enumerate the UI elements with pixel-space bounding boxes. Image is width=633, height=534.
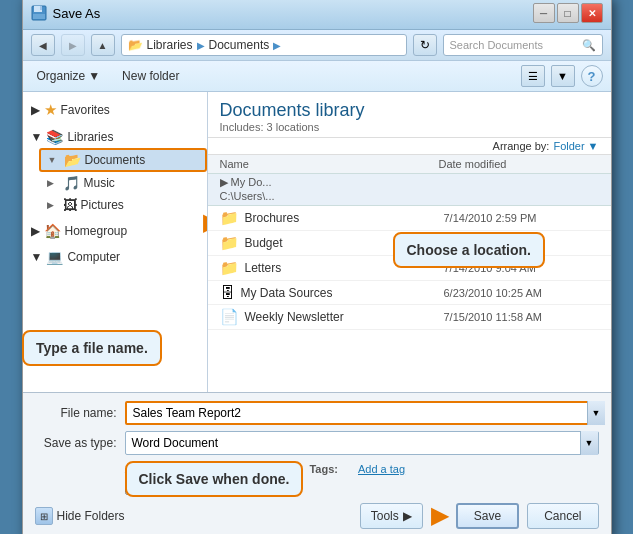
music-label: Music <box>84 176 115 190</box>
documents-label: Documents <box>85 153 146 167</box>
file-list-item[interactable]: 🗄 My Data Sources 6/23/2010 10:25 AM <box>208 281 611 305</box>
sidebar-favorites-header[interactable]: ▶ ★ Favorites <box>23 98 207 122</box>
save-arrow-indicator: ▶ <box>431 503 448 529</box>
close-button[interactable]: ✕ <box>581 3 603 23</box>
title-bar-left: Save As <box>31 5 101 21</box>
libraries-section: ▼ 📚 Libraries ▼ 📂 Documents ▶ 🎵 Music ▶ <box>23 126 207 216</box>
savetype-dropdown-arrow[interactable]: ▼ <box>580 431 598 455</box>
meta-row: Authors: Add an author Tags: Add a tag <box>35 461 599 477</box>
button-row-right: Tools ▶ ▶ Save Cancel <box>360 503 599 529</box>
path-separator-2: ▶ <box>273 40 281 51</box>
file-item-date: 7/14/2010 2:59 PM <box>444 212 599 224</box>
file-item-icon: 📁 <box>220 234 239 252</box>
savetype-dropdown[interactable]: Word Document ▼ <box>125 431 599 455</box>
savetype-value: Word Document <box>132 436 218 450</box>
arrange-bar: Arrange by: Folder ▼ <box>208 138 611 155</box>
favorites-label: Favorites <box>61 103 110 117</box>
view-button[interactable]: ☰ <box>521 65 545 87</box>
path-display: ▶ My Do... C:\Users\... <box>208 174 611 206</box>
organize-arrow: ▼ <box>88 69 100 83</box>
pictures-expand-icon: ▶ <box>47 200 59 210</box>
library-subtitle: Includes: 3 locations <box>220 121 599 133</box>
sidebar-item-documents[interactable]: ▼ 📂 Documents <box>39 148 207 172</box>
tags-label: Tags: <box>309 463 338 475</box>
back-button[interactable]: ◀ <box>31 34 55 56</box>
organize-button[interactable]: Organize ▼ <box>31 67 107 85</box>
sidebar-item-music[interactable]: ▶ 🎵 Music <box>39 172 207 194</box>
button-row: ⊞ Hide Folders Click Save when done. Too… <box>35 499 599 529</box>
path-part-1: Libraries <box>147 38 193 52</box>
save-button[interactable]: Save <box>456 503 519 529</box>
tags-link[interactable]: Add a tag <box>358 463 405 475</box>
file-area: Documents library Includes: 3 locations … <box>208 92 611 392</box>
sidebar-computer-header[interactable]: ▼ 💻 Computer <box>23 246 207 268</box>
documents-expand-icon: ▼ <box>48 155 60 165</box>
music-icon: 🎵 <box>63 175 80 191</box>
forward-button[interactable]: ▶ <box>61 34 85 56</box>
path-icon: 📂 <box>128 38 143 52</box>
refresh-button[interactable]: ↻ <box>413 34 437 56</box>
up-button[interactable]: ▲ <box>91 34 115 56</box>
filename-dropdown-arrow[interactable]: ▼ <box>587 401 605 425</box>
cancel-button[interactable]: Cancel <box>527 503 598 529</box>
tools-button[interactable]: Tools ▶ <box>360 503 423 529</box>
hide-folders-icon: ⊞ <box>35 507 53 525</box>
col-name-header[interactable]: Name <box>220 158 439 170</box>
file-item-name: Weekly Newsletter <box>245 310 438 324</box>
callout-filename: Type a file name. <box>22 330 162 366</box>
favorites-section: ▶ ★ Favorites <box>23 98 207 122</box>
arrange-arrow-icon: ▼ <box>588 140 599 152</box>
file-list-item[interactable]: 📁 Brochures 7/14/2010 2:59 PM <box>208 206 611 231</box>
svg-rect-3 <box>33 14 45 19</box>
computer-icon: 💻 <box>46 249 63 265</box>
libraries-expand-icon: ▼ <box>31 130 43 144</box>
sidebar-libraries-header[interactable]: ▼ 📚 Libraries <box>23 126 207 148</box>
arrange-label: Arrange by: <box>493 140 550 152</box>
path-separator-1: ▶ <box>197 40 205 51</box>
toolbar-left: Organize ▼ New folder <box>31 67 186 85</box>
file-list-item[interactable]: 📄 Weekly Newsletter 7/15/2010 11:58 AM <box>208 305 611 330</box>
callout-location-text: Choose a location. <box>407 242 531 258</box>
view-toggle-button[interactable]: ▼ <box>551 65 575 87</box>
filename-label: File name: <box>35 406 117 420</box>
documents-folder-icon: 📂 <box>64 152 81 168</box>
save-as-dialog: Save As ─ □ ✕ ◀ ▶ ▲ 📂 Libraries ▶ Docume… <box>22 0 612 534</box>
sidebar-homegroup-header[interactable]: ▶ 🏠 Homegroup <box>23 220 207 242</box>
svg-rect-2 <box>40 6 42 10</box>
callout-save-text: Click Save when done. <box>139 471 290 487</box>
bottom-form-area: File name: ▼ Save as type: Word Document… <box>23 392 611 534</box>
libraries-label: Libraries <box>67 130 113 144</box>
file-item-icon: 🗄 <box>220 284 235 301</box>
file-item-date: 6/23/2010 10:25 AM <box>444 287 599 299</box>
homegroup-label: Homegroup <box>65 224 128 238</box>
arrange-dropdown[interactable]: Folder ▼ <box>553 140 598 152</box>
callout-location: Choose a location. <box>393 232 545 268</box>
pictures-label: Pictures <box>81 198 124 212</box>
toolbar-right: ☰ ▼ ? <box>521 65 603 87</box>
new-folder-button[interactable]: New folder <box>116 67 185 85</box>
save-label: Save <box>474 509 501 523</box>
tools-arrow-icon: ▶ <box>403 509 412 523</box>
help-button[interactable]: ? <box>581 65 603 87</box>
search-box[interactable]: Search Documents 🔍 <box>443 34 603 56</box>
path-row-1: ▶ My Do... <box>220 176 599 189</box>
computer-label: Computer <box>67 250 120 264</box>
sidebar-item-pictures[interactable]: ▶ 🖼 Pictures <box>39 194 207 216</box>
address-bar: ◀ ▶ ▲ 📂 Libraries ▶ Documents ▶ ↻ Search… <box>23 30 611 61</box>
maximize-button[interactable]: □ <box>557 3 579 23</box>
file-item-name: Brochures <box>245 211 438 225</box>
tools-label: Tools <box>371 509 399 523</box>
thumbnail-checkbox-row: Save Thumbnail <box>35 477 599 499</box>
minimize-button[interactable]: ─ <box>533 3 555 23</box>
address-path[interactable]: 📂 Libraries ▶ Documents ▶ <box>121 34 407 56</box>
hide-folders-button[interactable]: ⊞ Hide Folders <box>35 507 125 525</box>
computer-expand-icon: ▼ <box>31 250 43 264</box>
file-item-icon: 📁 <box>220 209 239 227</box>
homegroup-icon: 🏠 <box>44 223 61 239</box>
library-header: Documents library Includes: 3 locations <box>208 92 611 138</box>
filename-input[interactable] <box>125 401 599 425</box>
computer-section: ▼ 💻 Computer <box>23 246 207 268</box>
file-item-name: My Data Sources <box>241 286 438 300</box>
col-date-header[interactable]: Date modified <box>439 158 599 170</box>
favorites-expand-icon: ▶ <box>31 103 40 117</box>
